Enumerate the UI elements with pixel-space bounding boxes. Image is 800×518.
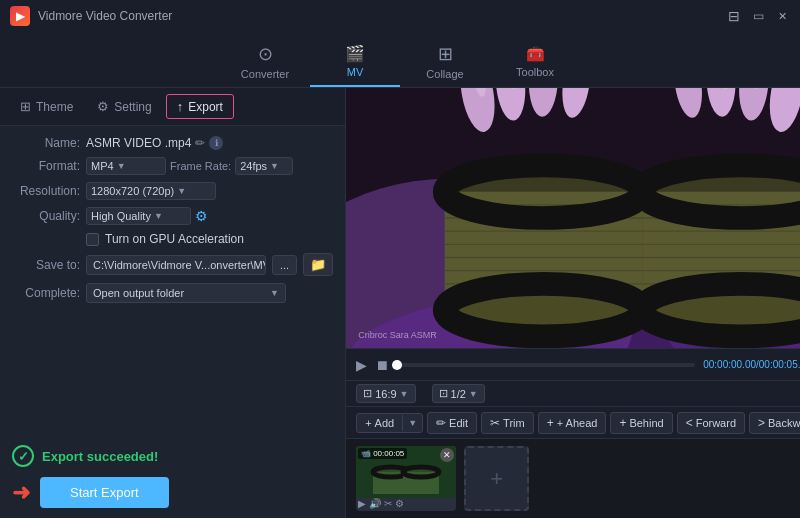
page-select[interactable]: ⊡ 1/2 ▼	[432, 384, 485, 403]
gpu-checkbox[interactable]	[86, 233, 99, 246]
name-label: Name:	[12, 136, 80, 150]
tab-converter[interactable]: ⊙ Converter	[220, 37, 310, 87]
subtab-export[interactable]: ↑ Export	[166, 94, 234, 119]
format-label: Format:	[12, 159, 80, 173]
ratio-select[interactable]: ⊡ 16:9 ▼	[356, 384, 415, 403]
tl-vol-icon[interactable]: 🔊	[369, 498, 381, 509]
progress-bar[interactable]	[397, 363, 695, 367]
complete-select[interactable]: Open output folder ▼	[86, 283, 286, 303]
left-panel: ⊞ Theme ⚙ Setting ↑ Export Name: ASMR VI…	[0, 88, 346, 518]
subtab-theme[interactable]: ⊞ Theme	[10, 95, 83, 118]
resolution-select[interactable]: 1280x720 (720p) ▼	[86, 182, 216, 200]
page-value: 1/2	[451, 388, 466, 400]
right-panel: Cribroc Sara ASMR ▶ ⏹ 00:00:00.00/00:00:…	[346, 88, 800, 518]
timeline-item[interactable]: 📹 00:00:05 ✕ ▶ 🔊 ✂ ⚙	[356, 446, 456, 511]
titlebar-controls: ⊟ ▭ ✕	[726, 8, 790, 24]
forward-label: Forward	[696, 417, 736, 429]
gpu-label: Turn on GPU Acceleration	[105, 232, 244, 246]
subtab-setting-label: Setting	[114, 100, 151, 114]
tab-collage-label: Collage	[426, 68, 463, 80]
tl-cut-icon[interactable]: ✂	[384, 498, 392, 509]
quality-row: Quality: High Quality ▼ ⚙	[12, 207, 333, 225]
minimize-button[interactable]: ⊟	[726, 8, 742, 24]
ahead-button[interactable]: + + Ahead	[538, 412, 607, 434]
add-label: Add	[375, 417, 395, 429]
save-to-row: Save to: C:\Vidmore\Vidmore V...onverter…	[12, 253, 333, 276]
complete-row: Complete: Open output folder ▼	[12, 283, 333, 303]
subtab-setting[interactable]: ⚙ Setting	[87, 95, 161, 118]
export-success-message: Export succeeded!	[42, 449, 158, 464]
tl-play-icon[interactable]: ▶	[358, 498, 366, 509]
setting-icon: ⚙	[97, 99, 109, 114]
page-arrow-icon: ▼	[469, 389, 478, 399]
ahead-label: + Ahead	[557, 417, 598, 429]
tab-toolbox[interactable]: 🧰 Toolbox	[490, 37, 580, 87]
play-button[interactable]: ▶	[356, 357, 367, 373]
name-value: ASMR VIDEO .mp4 ✏ ℹ	[86, 136, 333, 150]
trim-label: Trim	[503, 417, 525, 429]
resolution-value: 1280x720 (720p) ▼	[86, 182, 333, 200]
tab-collage[interactable]: ⊞ Collage	[400, 37, 490, 87]
add-dropdown: + Add ▼	[356, 413, 423, 433]
timeline-add-button[interactable]: +	[464, 446, 529, 511]
format-select[interactable]: MP4 ▼	[86, 157, 166, 175]
converter-icon: ⊙	[258, 43, 273, 65]
timeline-duration: 📹 00:00:05	[358, 448, 407, 459]
main-area: ⊞ Theme ⚙ Setting ↑ Export Name: ASMR VI…	[0, 88, 800, 518]
close-button[interactable]: ✕	[774, 8, 790, 24]
tab-converter-label: Converter	[241, 68, 289, 80]
browse-dots-button[interactable]: ...	[272, 255, 297, 275]
subtab-theme-label: Theme	[36, 100, 73, 114]
ratio-arrow-icon: ▼	[400, 389, 409, 399]
ratio-value: 16:9	[375, 388, 396, 400]
collage-icon: ⊞	[438, 43, 453, 65]
start-export-row: ➜ Start Export	[0, 473, 345, 518]
quality-select-value: High Quality	[91, 210, 151, 222]
theme-icon: ⊞	[20, 99, 31, 114]
forward-button[interactable]: < Forward	[677, 412, 745, 434]
quality-select[interactable]: High Quality ▼	[86, 207, 191, 225]
format-select-value: MP4	[91, 160, 114, 172]
success-icon: ✓	[12, 445, 34, 467]
film-icon: 📹	[361, 449, 371, 458]
edit-icon[interactable]: ✏	[195, 136, 205, 150]
frame-rate-value: 24fps	[240, 160, 267, 172]
video-preview: Cribroc Sara ASMR	[346, 88, 800, 348]
frame-rate-select[interactable]: 24fps ▼	[235, 157, 293, 175]
titlebar: ▶ Vidmore Video Converter ⊟ ▭ ✕	[0, 0, 800, 32]
folder-button[interactable]: 📁	[303, 253, 333, 276]
backward-icon: >	[758, 416, 765, 430]
gpu-row: Turn on GPU Acceleration	[12, 232, 333, 246]
maximize-button[interactable]: ▭	[750, 8, 766, 24]
tab-toolbox-label: Toolbox	[516, 66, 554, 78]
tl-edit-icon[interactable]: ⚙	[395, 498, 404, 509]
info-icon[interactable]: ℹ	[209, 136, 223, 150]
add-dropdown-arrow[interactable]: ▼	[402, 415, 422, 431]
add-button[interactable]: + Add	[357, 414, 402, 432]
complete-label: Complete:	[12, 286, 80, 300]
timeline-add-icon: +	[490, 466, 503, 492]
app-icon: ▶	[10, 6, 30, 26]
stop-button[interactable]: ⏹	[375, 357, 389, 373]
behind-icon: +	[619, 416, 626, 430]
resolution-arrow-icon: ▼	[177, 186, 186, 196]
behind-button[interactable]: + Behind	[610, 412, 672, 434]
save-to-path: C:\Vidmore\Vidmore V...onverter\MV Expor…	[86, 255, 266, 275]
mv-icon: 🎬	[345, 44, 365, 63]
format-arrow-icon: ▼	[117, 161, 126, 171]
forward-icon: <	[686, 416, 693, 430]
resolution-row: Resolution: 1280x720 (720p) ▼	[12, 182, 333, 200]
complete-value: Open output folder	[93, 287, 184, 299]
edit-button[interactable]: ✏ Edit	[427, 412, 477, 434]
frame-rate-label: Frame Rate:	[170, 160, 231, 172]
quality-gear-icon[interactable]: ⚙	[195, 208, 208, 224]
trim-icon: ✂	[490, 416, 500, 430]
trim-button[interactable]: ✂ Trim	[481, 412, 534, 434]
complete-arrow-icon: ▼	[270, 288, 279, 298]
timeline-controls: ▶ 🔊 ✂ ⚙	[358, 498, 404, 509]
ratio-icon: ⊡	[363, 387, 372, 400]
tab-mv[interactable]: 🎬 MV	[310, 37, 400, 87]
backward-button[interactable]: > Backward	[749, 412, 800, 434]
start-export-button[interactable]: Start Export	[40, 477, 169, 508]
timeline: 📹 00:00:05 ✕ ▶ 🔊 ✂ ⚙ +	[346, 438, 800, 518]
